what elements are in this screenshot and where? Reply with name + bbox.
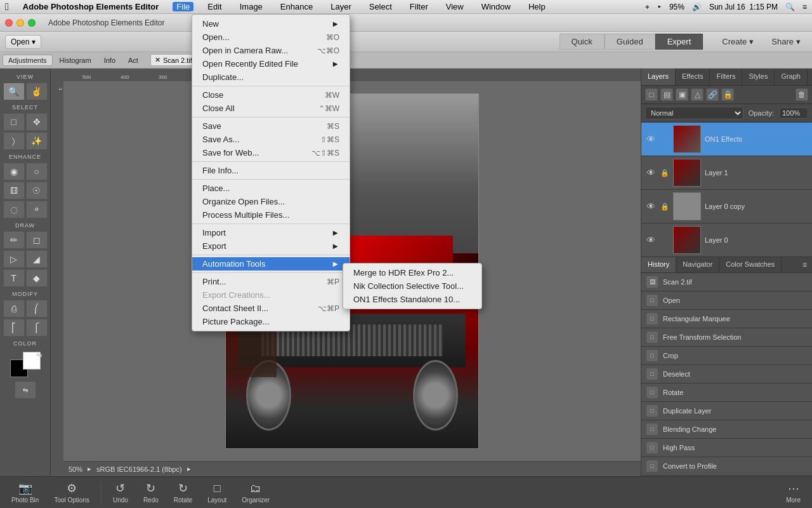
menu-item-save-web[interactable]: Save for Web... ⌥⇧⌘S <box>192 146 350 159</box>
history-item-high-pass[interactable]: □ High Pass <box>641 439 812 457</box>
history-item-blending-change[interactable]: □ Blending Change <box>641 420 812 439</box>
sub-tab-adjustments[interactable]: Adjustments <box>3 55 53 66</box>
zoom-tool[interactable]: 🔍 <box>3 83 25 100</box>
swap-tool[interactable]: ⇆ <box>15 381 36 399</box>
submenu-item-hdr-efex[interactable]: Merge to HDR Efex Pro 2... <box>343 266 481 279</box>
delete-layer-button[interactable]: 🗑 <box>796 88 808 101</box>
history-item-rotate[interactable]: □ Rotate <box>641 384 812 402</box>
red-eye-tool[interactable]: ◉ <box>3 163 25 180</box>
menu-item-print[interactable]: Print... ⌘P <box>192 275 350 288</box>
layer-item-on1effects[interactable]: 👁 ON1 Effects <box>641 123 812 156</box>
menu-item-picture-package[interactable]: Picture Package... <box>192 315 350 328</box>
tool-options-button[interactable]: ⚙ Tool Options <box>48 479 96 506</box>
custom-shape-tool[interactable]: ◆ <box>26 269 48 287</box>
panel-tab-graph[interactable]: Graph <box>775 69 808 85</box>
layer-visibility-layer1[interactable]: 👁 <box>645 168 657 178</box>
menu-item-close-all[interactable]: Close All ⌃⌘W <box>192 102 350 115</box>
undo-button[interactable]: ↺ Undo <box>107 479 134 506</box>
paint-bucket-tool[interactable]: ◢ <box>26 250 48 268</box>
panel-tab-styles[interactable]: Styles <box>742 69 775 85</box>
app-name-menu[interactable]: Adobe Photoshop Elements Editor <box>19 2 163 11</box>
menubar-view[interactable]: View <box>442 2 468 11</box>
spot-heal-tool[interactable]: ○ <box>26 163 48 180</box>
history-tab-color-swatches[interactable]: Color Swatches <box>719 257 782 272</box>
magic-wand-tool[interactable]: ✨ <box>26 132 48 150</box>
notification-icon[interactable]: ≡ <box>802 3 807 11</box>
menu-item-automation[interactable]: Automation Tools ► <box>192 257 350 271</box>
menu-item-save[interactable]: Save ⌘S <box>192 119 350 133</box>
new-layer-button[interactable]: □ <box>645 88 658 101</box>
lock-button[interactable]: 🔒 <box>721 88 734 101</box>
perspective-tool[interactable]: ⎧ <box>26 319 48 337</box>
sub-tab-histogram[interactable]: Histogram <box>54 55 97 66</box>
menu-item-organize[interactable]: Organize Open Files... <box>192 195 350 208</box>
history-item-rect-marquee[interactable]: □ Rectangular Marquee <box>641 310 812 328</box>
close-file-icon[interactable]: ✕ <box>155 56 160 64</box>
hand-tool[interactable]: ✌ <box>26 83 48 100</box>
history-item-free-transform[interactable]: □ Free Transform Selection <box>641 328 812 347</box>
panel-tab-filters[interactable]: Filters <box>710 69 742 85</box>
link-button[interactable]: 🔗 <box>706 88 719 101</box>
menubar-enhance[interactable]: Enhance <box>277 2 317 11</box>
new-group-button[interactable]: ▤ <box>660 88 673 101</box>
dodge-tool[interactable]: ⚬ <box>26 201 48 218</box>
close-button[interactable] <box>5 19 13 27</box>
submenu-item-on1-effects[interactable]: ON1 Effects Standalone 10... <box>343 293 481 306</box>
history-tab-navigator[interactable]: Navigator <box>676 257 719 272</box>
menu-item-close[interactable]: Close ⌘W <box>192 88 350 102</box>
organizer-button[interactable]: 🗂 Organizer <box>235 479 276 506</box>
menubar-window[interactable]: Window <box>478 2 514 11</box>
history-item-deselect[interactable]: □ Deselect <box>641 365 812 384</box>
marquee-tool[interactable]: □ <box>3 113 25 131</box>
menu-item-open[interactable]: Open... ⌘O <box>192 30 350 44</box>
layer-visibility-layer0copy[interactable]: 👁 <box>645 201 657 211</box>
layer-item-layer0copy[interactable]: 👁 🔒 Layer 0 copy <box>641 190 812 224</box>
maximize-button[interactable] <box>28 19 36 27</box>
mask-button[interactable]: ▣ <box>676 88 688 101</box>
minimize-button[interactable] <box>16 19 24 27</box>
menubar-edit[interactable]: Edit <box>204 2 225 11</box>
blend-mode-select[interactable]: Normal Multiply Screen Overlay <box>645 107 743 119</box>
panel-tab-layers[interactable]: Layers <box>641 69 676 85</box>
more-button[interactable]: ⋯ More <box>780 479 807 506</box>
menu-item-place[interactable]: Place... <box>192 182 350 195</box>
search-icon[interactable]: 🔍 <box>785 3 795 11</box>
layer-item-layer1[interactable]: 👁 🔒 Layer 1 <box>641 156 812 190</box>
open-button[interactable]: Open ▾ <box>5 35 41 49</box>
layer-visibility-on1[interactable]: 👁 <box>645 134 657 144</box>
panel-menu-icon[interactable]: ≡ <box>808 69 812 85</box>
menubar-filter[interactable]: Filter <box>406 2 432 11</box>
swap-colors-icon[interactable]: ⇆ <box>37 352 42 359</box>
menu-item-process[interactable]: Process Multiple Files... <box>192 208 350 222</box>
layout-button[interactable]: □ Layout <box>201 479 233 506</box>
history-item-crop[interactable]: □ Crop <box>641 347 812 365</box>
menu-item-new[interactable]: New ► <box>192 17 350 30</box>
rotate-button[interactable]: ↻ Rotate <box>167 479 199 506</box>
shape-tool[interactable]: ▷ <box>3 250 25 268</box>
adjustment-button[interactable]: △ <box>691 88 704 101</box>
menu-item-export[interactable]: Export ► <box>192 239 350 253</box>
move-tool[interactable]: ✥ <box>26 113 48 131</box>
menu-item-save-as[interactable]: Save As... ⇧⌘S <box>192 133 350 146</box>
tab-expert[interactable]: Expert <box>655 34 704 50</box>
history-item-duplicate-layer[interactable]: □ Duplicate Layer <box>641 402 812 420</box>
clone-tool[interactable]: ⚅ <box>3 182 25 199</box>
menubar-select[interactable]: Select <box>365 2 396 11</box>
panel-tab-effects[interactable]: Effects <box>676 69 710 85</box>
straighten-tool[interactable]: ⎡ <box>3 319 25 337</box>
recompose-tool[interactable]: ⎛ <box>26 300 48 318</box>
history-item-open[interactable]: □ Open <box>641 291 812 310</box>
blur-tool[interactable]: ◌ <box>3 201 25 218</box>
history-item-convert-profile[interactable]: □ Convert to Profile <box>641 457 812 476</box>
apple-menu[interactable]:  <box>5 1 9 13</box>
lasso-tool[interactable]: 〉 <box>3 132 25 150</box>
history-tab-history[interactable]: History <box>641 257 676 272</box>
tab-guided[interactable]: Guided <box>605 34 655 50</box>
menu-item-import[interactable]: Import ► <box>192 226 350 239</box>
type-tool[interactable]: T <box>3 269 25 287</box>
menubar-help[interactable]: Help <box>525 2 549 11</box>
tab-quick[interactable]: Quick <box>560 34 605 50</box>
menu-item-duplicate[interactable]: Duplicate... <box>192 70 350 84</box>
menu-item-recent[interactable]: Open Recently Edited File ► <box>192 57 350 70</box>
heal-tool[interactable]: ☉ <box>26 182 48 199</box>
